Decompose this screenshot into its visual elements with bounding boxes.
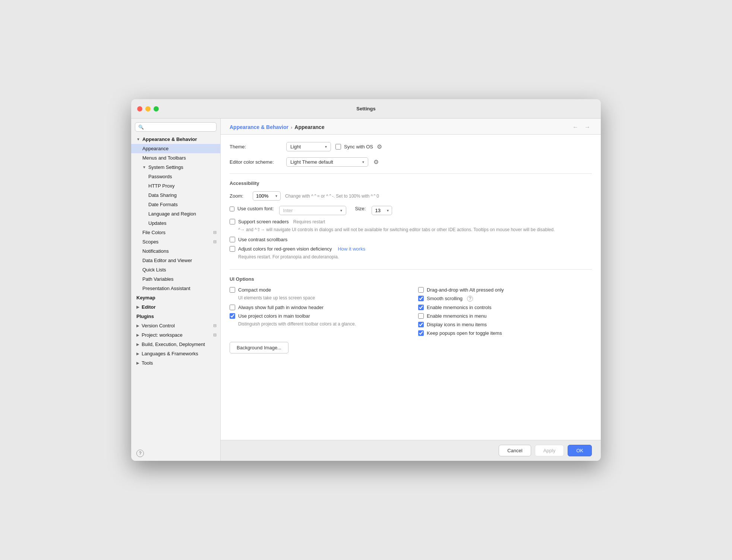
cancel-button[interactable]: Cancel — [499, 445, 531, 456]
sidebar-label: Data Sharing — [148, 192, 177, 198]
keep-popups-checkbox[interactable] — [418, 330, 424, 336]
contrast-scrollbars-checkbox[interactable] — [230, 237, 235, 242]
ok-button[interactable]: OK — [568, 445, 592, 456]
mnemonics-menu-label[interactable]: Enable mnemonics in menu — [427, 313, 486, 319]
sidebar-item-passwords[interactable]: Passwords — [131, 172, 220, 181]
sidebar-item-menus-toolbars[interactable]: Menus and Toolbars — [131, 153, 220, 163]
dnd-checkbox[interactable] — [418, 287, 424, 293]
collapse-arrow: ▼ — [136, 137, 140, 141]
contrast-scrollbars-row: Use contrast scrollbars — [230, 237, 592, 242]
sidebar-label: Plugins — [136, 314, 154, 319]
sidebar-item-path-variables[interactable]: Path Variables — [131, 274, 220, 284]
search-box[interactable]: 🔍 — [135, 122, 217, 132]
sidebar-label: Build, Execution, Deployment — [142, 342, 205, 347]
sidebar-item-keymap[interactable]: Keymap — [131, 293, 220, 302]
sync-os-label[interactable]: Sync with OS — [344, 144, 373, 150]
search-input[interactable] — [146, 124, 213, 130]
project-colors-label[interactable]: Use project colors in main toolbar — [238, 313, 310, 319]
size-arrow: ▾ — [387, 208, 389, 213]
screen-readers-label[interactable]: Support screen readers — [238, 219, 289, 224]
close-button[interactable] — [137, 106, 142, 111]
sidebar-item-file-colors[interactable]: File Colors ⊟ — [131, 228, 220, 237]
sidebar-item-notifications[interactable]: Notifications — [131, 246, 220, 256]
display-icons-label[interactable]: Display icons in menu items — [427, 322, 487, 327]
full-path-checkbox[interactable] — [230, 305, 235, 310]
sidebar-item-appearance-behavior[interactable]: ▼ Appearance & Behavior — [131, 135, 220, 144]
sidebar-item-languages[interactable]: ▶ Languages & Frameworks — [131, 349, 220, 358]
size-dropdown[interactable]: 13 ▾ — [372, 206, 392, 215]
zoom-arrow: ▾ — [275, 194, 277, 198]
sidebar-item-editor[interactable]: ▶ Editor — [131, 302, 220, 312]
sidebar-item-data-editor[interactable]: Data Editor and Viewer — [131, 256, 220, 265]
contrast-scrollbars-label[interactable]: Use contrast scrollbars — [238, 237, 287, 242]
screen-readers-desc: ^→ and ^⇧→ will navigate UI controls in … — [238, 227, 592, 233]
sidebar-item-system-settings[interactable]: ▼ System Settings — [131, 163, 220, 172]
accessibility-section: Accessibility Zoom: 100% ▾ Change with ^… — [230, 180, 592, 260]
collapse-arrow: ▼ — [142, 165, 146, 169]
editor-color-gear-button[interactable]: ⚙ — [373, 158, 379, 166]
sidebar-item-updates[interactable]: Updates — [131, 218, 220, 228]
sidebar-item-project[interactable]: ▶ Project: workspace ⊟ — [131, 330, 220, 340]
sidebar-label: Menus and Toolbars — [142, 155, 186, 161]
dnd-label[interactable]: Drag-and-drop with Alt pressed only — [427, 287, 504, 293]
sync-os-checkbox[interactable] — [335, 144, 341, 150]
red-green-checkbox[interactable] — [230, 246, 235, 252]
minimize-button[interactable] — [145, 106, 151, 111]
sidebar-item-appearance[interactable]: Appearance — [131, 144, 220, 153]
how-it-works-link[interactable]: How it works — [338, 246, 365, 252]
sidebar-label: Path Variables — [142, 276, 174, 282]
red-green-note: Requires restart. For protanopia and deu… — [238, 254, 592, 260]
divider-2 — [230, 269, 592, 270]
window-title: Settings — [356, 106, 375, 111]
mnemonics-controls-label[interactable]: Enable mnemonics in controls — [427, 305, 491, 310]
vc-badge: ⊟ — [213, 323, 217, 328]
bg-image-btn-label: Background Image... — [237, 345, 281, 350]
editor-color-dropdown[interactable]: Light Theme default ▾ — [286, 157, 368, 167]
nav-back-button[interactable]: ← — [571, 124, 580, 130]
sidebar-item-data-sharing[interactable]: Data Sharing — [131, 191, 220, 200]
sidebar-label: Notifications — [142, 248, 169, 254]
help-button[interactable]: ? — [136, 450, 144, 457]
sidebar-item-presentation[interactable]: Presentation Assistant — [131, 284, 220, 293]
mnemonics-controls-checkbox[interactable] — [418, 305, 424, 310]
compact-mode-label[interactable]: Compact mode — [238, 287, 271, 293]
smooth-scrolling-checkbox[interactable] — [418, 296, 424, 301]
screen-readers-checkbox[interactable] — [230, 219, 235, 224]
sidebar-item-http-proxy[interactable]: HTTP Proxy — [131, 181, 220, 191]
smooth-scrolling-label[interactable]: Smooth scrolling — [427, 296, 463, 301]
zoom-dropdown[interactable]: 100% ▾ — [253, 191, 281, 201]
sync-gear-button[interactable]: ⚙ — [376, 142, 383, 151]
red-green-label[interactable]: Adjust colors for red-green vision defic… — [238, 246, 332, 252]
keep-popups-label[interactable]: Keep popups open for toggle items — [427, 330, 502, 336]
compact-mode-checkbox[interactable] — [230, 287, 235, 293]
full-path-label[interactable]: Always show full path in window header — [238, 305, 324, 310]
nav-forward-button[interactable]: → — [583, 124, 592, 130]
theme-dropdown[interactable]: Light ▾ — [286, 142, 331, 151]
dnd-row: Drag-and-drop with Alt pressed only — [418, 287, 592, 293]
zoom-row: Zoom: 100% ▾ Change with ^⌃= or ^⌃-. Set… — [230, 191, 592, 201]
project-colors-checkbox[interactable] — [230, 313, 235, 319]
breadcrumb: Appearance & Behavior › Appearance — [230, 124, 324, 130]
custom-font-label[interactable]: Use custom font: — [237, 206, 274, 211]
zoom-label: Zoom: — [230, 193, 248, 199]
content-footer: Cancel Apply OK — [221, 440, 601, 461]
sidebar-item-version-control[interactable]: ▶ Version Control ⊟ — [131, 321, 220, 330]
display-icons-checkbox[interactable] — [418, 322, 424, 327]
sidebar-item-scopes[interactable]: Scopes ⊟ — [131, 237, 220, 246]
breadcrumb-parent[interactable]: Appearance & Behavior — [230, 124, 288, 130]
sidebar-item-plugins[interactable]: Plugins — [131, 312, 220, 321]
nav-arrows: ← → — [571, 124, 592, 130]
maximize-button[interactable] — [154, 106, 159, 111]
apply-button[interactable]: Apply — [535, 445, 564, 456]
sidebar-item-language-region[interactable]: Language and Region — [131, 209, 220, 218]
sidebar-item-quick-lists[interactable]: Quick Lists — [131, 265, 220, 274]
sidebar-item-build[interactable]: ▶ Build, Execution, Deployment — [131, 340, 220, 349]
sidebar-label: System Settings — [148, 164, 183, 170]
smooth-scrolling-row: Smooth scrolling ? — [418, 296, 592, 302]
font-dropdown[interactable]: Inter ▾ — [279, 206, 346, 215]
background-image-button[interactable]: Background Image... — [230, 342, 288, 353]
sidebar-item-date-formats[interactable]: Date Formats — [131, 200, 220, 209]
sidebar-item-tools[interactable]: ▶ Tools — [131, 358, 220, 368]
mnemonics-menu-checkbox[interactable] — [418, 313, 424, 319]
custom-font-checkbox[interactable] — [230, 207, 234, 211]
